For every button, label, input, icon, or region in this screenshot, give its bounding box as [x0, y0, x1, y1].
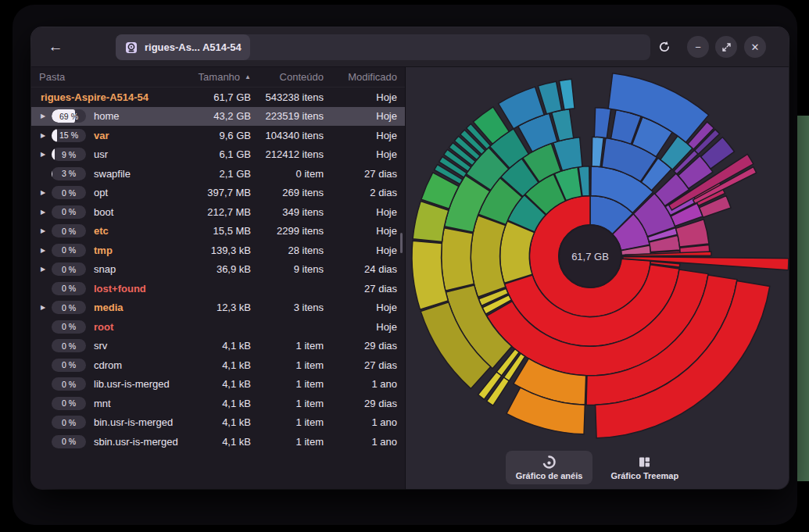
- percent-fill: 69 %: [52, 109, 75, 123]
- table-row[interactable]: 0 %bin.usr-is-merged4,1 kB1 item1 ano: [31, 413, 405, 433]
- percent-label: 9 %: [52, 148, 86, 161]
- table-row[interactable]: ▶0 %snap36,9 kB9 itens24 dias: [31, 260, 405, 280]
- rings-chart[interactable]: 61,7 GB: [406, 67, 789, 489]
- percent-pill: 0 %: [52, 186, 86, 199]
- percent-label: 0 %: [52, 359, 86, 372]
- folder-name: sbin.usr-is-merged: [88, 436, 182, 448]
- contents-cell: 9 itens: [251, 263, 324, 275]
- table-row[interactable]: rigues-Aspire-A514-5461,7 GB543238 itens…: [31, 87, 405, 107]
- table-row[interactable]: 0 %sbin.usr-is-merged4,1 kB1 item1 ano: [31, 432, 405, 452]
- modified-cell: 29 dias: [324, 340, 397, 352]
- size-cell: 9,6 GB: [182, 130, 251, 141]
- percent-pill: 0 %: [52, 282, 86, 295]
- modified-cell: 24 dias: [324, 263, 397, 275]
- location-tab[interactable]: rigues-As... A514-54: [116, 34, 250, 60]
- table-row[interactable]: ▶69 %69 %home43,2 GB223519 itensHoje: [31, 107, 405, 127]
- disk-icon: [125, 41, 138, 54]
- table-row[interactable]: 3 %3 %swapfile2,1 GB0 item27 dias: [31, 164, 405, 184]
- modified-cell: Hoje: [324, 302, 397, 313]
- chart-arc[interactable]: [594, 108, 610, 138]
- folder-name: home: [88, 110, 182, 122]
- percent-label: 0 %: [52, 377, 86, 391]
- table-row[interactable]: 0 %lost+found27 dias: [31, 279, 405, 298]
- expander-icon[interactable]: ▶: [39, 227, 52, 234]
- minimize-button[interactable]: −: [687, 36, 709, 58]
- baobab-window: ← rigues-As... A514-54: [31, 27, 789, 489]
- column-modified[interactable]: Modificado: [324, 71, 397, 83]
- percent-label: 0 %: [52, 435, 86, 448]
- table-row[interactable]: ▶0 %media12,3 kB3 itensHoje: [31, 298, 405, 318]
- chart-arc[interactable]: [442, 228, 474, 291]
- percent-label: 0 %: [52, 339, 86, 352]
- table-row[interactable]: ▶9 %9 %usr6,1 GB212412 itensHoje: [31, 145, 405, 165]
- content-area: Pasta Tamanho ▲ Conteúdo Modificado rigu…: [31, 67, 789, 489]
- contents-cell: 1 item: [251, 378, 324, 390]
- rings-chart-button[interactable]: Gráfico de anéis: [506, 451, 593, 484]
- modified-cell: Hoje: [324, 321, 397, 333]
- modified-cell: 2 dias: [324, 187, 397, 198]
- modified-cell: 27 dias: [324, 168, 397, 180]
- percent-fill: 9 %: [52, 148, 55, 161]
- table-row[interactable]: 0 %mnt4,1 kB1 item29 dias: [31, 394, 405, 413]
- scrollbar-thumb[interactable]: [400, 233, 403, 253]
- chart-arc[interactable]: [471, 216, 506, 298]
- table-row[interactable]: 0 %cdrom4,1 kB1 item27 dias: [31, 355, 405, 375]
- maximize-button[interactable]: [715, 36, 737, 58]
- modified-cell: Hoje: [324, 91, 397, 103]
- expander-icon[interactable]: ▶: [39, 247, 52, 254]
- table-row[interactable]: ▶0 %boot212,7 MB349 itensHoje: [31, 202, 405, 222]
- folder-list-panel: Pasta Tamanho ▲ Conteúdo Modificado rigu…: [31, 67, 406, 489]
- folder-name: boot: [88, 206, 182, 218]
- column-contents[interactable]: Conteúdo: [251, 71, 324, 83]
- expander-icon[interactable]: ▶: [39, 189, 52, 196]
- modified-cell: Hoje: [324, 110, 397, 122]
- total-size-label: 61,7 GB: [571, 251, 609, 262]
- percent-pill: 0 %: [52, 205, 86, 219]
- contents-cell: 212412 itens: [251, 148, 324, 160]
- folder-name: rigues-Aspire-A514-54: [39, 91, 182, 103]
- expander-icon[interactable]: ▶: [39, 304, 52, 311]
- percent-pill: 0 %: [52, 244, 86, 257]
- contents-cell: 28 itens: [251, 245, 324, 256]
- expander-icon[interactable]: ▶: [39, 132, 52, 139]
- contents-cell: 223519 itens: [251, 110, 324, 122]
- modified-cell: 29 dias: [324, 398, 397, 409]
- refresh-button[interactable]: [651, 34, 678, 60]
- chart-arc[interactable]: [592, 137, 603, 166]
- chart-arc[interactable]: [559, 79, 575, 109]
- rings-chart-icon: [542, 455, 556, 469]
- column-size[interactable]: Tamanho ▲: [182, 71, 251, 83]
- size-cell: 61,7 GB: [182, 91, 251, 103]
- size-cell: 36,9 kB: [182, 263, 251, 275]
- expander-icon[interactable]: ▶: [39, 151, 52, 158]
- expander-icon[interactable]: ▶: [39, 112, 52, 120]
- size-cell: 2,1 GB: [182, 168, 251, 180]
- folder-name: swapfile: [88, 168, 182, 180]
- table-row[interactable]: ▶0 %opt397,7 MB269 itens2 dias: [31, 184, 405, 203]
- expander-icon[interactable]: ▶: [39, 266, 52, 273]
- size-cell: 4,1 kB: [182, 340, 251, 352]
- percent-fill: 15 %: [52, 129, 57, 142]
- expander-icon[interactable]: ▶: [39, 209, 52, 216]
- table-row[interactable]: 0 %lib.usr-is-merged4,1 kB1 item1 ano: [31, 375, 405, 395]
- percent-label: 0 %: [52, 416, 86, 429]
- contents-cell: 1 item: [251, 398, 324, 409]
- column-folder[interactable]: Pasta: [39, 71, 182, 83]
- back-button[interactable]: ←: [41, 33, 70, 61]
- table-row[interactable]: ▶15 %15 %var9,6 GB104340 itensHoje: [31, 126, 405, 145]
- table-row[interactable]: 0 %srv4,1 kB1 item29 dias: [31, 337, 405, 356]
- window-title: rigues-As... A514-54: [145, 41, 242, 53]
- chart-arc[interactable]: [500, 221, 535, 283]
- size-cell: 4,1 kB: [182, 398, 251, 409]
- percent-pill: 0 %: [52, 262, 86, 276]
- treemap-chart-button[interactable]: Gráfico Treemap: [600, 451, 689, 484]
- modified-cell: Hoje: [324, 245, 397, 256]
- percent-pill: 0 %: [52, 359, 86, 372]
- contents-cell: 349 itens: [251, 206, 324, 218]
- close-button[interactable]: ✕: [744, 36, 766, 58]
- percent-label: 0 %: [52, 224, 86, 237]
- table-row[interactable]: ▶0 %etc15,5 MB2299 itensHoje: [31, 222, 405, 241]
- table-row[interactable]: ▶0 %tmp139,3 kB28 itensHoje: [31, 241, 405, 260]
- folder-name: cdrom: [88, 359, 182, 371]
- table-row[interactable]: 0 %rootHoje: [31, 317, 405, 337]
